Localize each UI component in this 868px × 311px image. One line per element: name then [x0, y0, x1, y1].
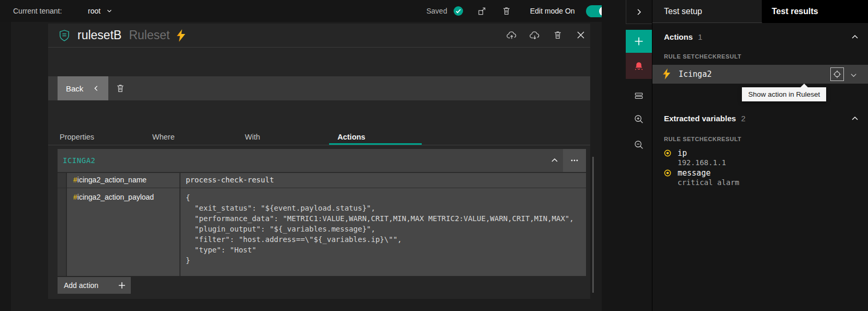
action-result-name: Icinga2 [679, 65, 712, 84]
app-window: Current tenant: root Saved Edit mode On [0, 0, 868, 311]
variables-group-label: RULE SETCHECKRESULT [664, 136, 741, 142]
checkmark-filled-icon [453, 6, 464, 16]
download-button[interactable] [526, 27, 543, 43]
variables-section-header: Extracted variables 2 [664, 114, 746, 123]
crosshair-icon [832, 70, 842, 79]
upload-button[interactable] [503, 27, 520, 43]
cloud-download-icon [529, 29, 540, 41]
add-icon [634, 37, 644, 46]
tab-test-results[interactable]: Test results [762, 0, 868, 23]
action-overflow-button[interactable] [563, 149, 586, 172]
chevron-up-icon [550, 156, 559, 165]
collapse-panel-button[interactable] [626, 0, 652, 24]
ruleset-title-row: rulesetB Ruleset [48, 24, 590, 47]
zoom-out-icon [633, 139, 645, 151]
variable-entry-ip[interactable]: ip 192.168.1.1 [652, 148, 868, 168]
trash-icon [553, 30, 563, 40]
alerts-button[interactable] [626, 53, 652, 79]
action-card-title: ICINGA2 [63, 149, 96, 172]
tooltip-arrow-icon [801, 84, 808, 87]
zoom-in-button[interactable] [631, 111, 647, 127]
tab-properties[interactable]: Properties [51, 129, 144, 146]
back-button-label: Back [66, 84, 83, 93]
field-value-cell: { "exit_status": "${event.payload.status… [181, 188, 586, 276]
variable-value: 192.168.1.1 [678, 158, 726, 167]
delete-button[interactable] [498, 3, 515, 19]
rows-icon [634, 90, 644, 101]
tabs-divider [48, 145, 590, 145]
actions-section-header: Actions 1 [664, 32, 702, 41]
variable-name: ip [678, 148, 687, 158]
edit-mode-label: Edit mode On [530, 0, 575, 22]
field-key-text: icinga2_action_payload [77, 193, 154, 201]
chevron-right-icon [635, 8, 644, 16]
collapse-action-button[interactable] [547, 153, 562, 168]
action-result-row-icinga2[interactable]: Icinga2 [652, 65, 868, 84]
overflow-menu-icon [570, 156, 579, 165]
actions-section-count: 1 [698, 32, 702, 41]
add-new-button[interactable] [626, 30, 652, 53]
layout-rows-button[interactable] [631, 88, 647, 103]
field-value-text: process-check-result [186, 176, 586, 184]
variables-section-title: Extracted variables [664, 114, 736, 123]
chevron-up-icon [851, 33, 859, 41]
vertical-scrollbar[interactable] [592, 157, 594, 293]
zoom-out-button[interactable] [631, 137, 647, 153]
row-gutter [58, 173, 67, 188]
tenant-value: root [88, 7, 100, 15]
trash-icon [115, 83, 126, 94]
ruleset-type-label: Ruleset [129, 28, 170, 42]
tab-with[interactable]: With [236, 129, 329, 146]
action-card-header[interactable]: ICINGA2 [58, 149, 586, 172]
field-key: #icinga2_action_payload [67, 188, 181, 276]
variable-value: critical alarm [678, 178, 739, 187]
back-button[interactable]: Back [58, 76, 108, 100]
payload-json-editor[interactable]: { "exit_status": "${event.payload.status… [186, 191, 586, 266]
action-card-icinga2: ICINGA2 #icinga2_acti [58, 149, 586, 299]
collapse-actions-button[interactable] [849, 31, 861, 43]
tooltip-text: Show action in Ruleset [748, 90, 820, 98]
shield-ruleset-icon [59, 29, 70, 42]
expand-action-button[interactable] [848, 70, 859, 80]
close-icon [577, 31, 585, 39]
variables-section-count: 2 [741, 114, 746, 123]
cloud-upload-icon [506, 29, 517, 41]
chevron-down-icon [106, 7, 113, 15]
row-gutter [58, 188, 67, 276]
saved-status: Saved [426, 0, 447, 22]
title-divider [48, 47, 590, 48]
collapse-variables-button[interactable] [849, 113, 861, 124]
export-button[interactable] [474, 3, 490, 19]
tab-test-setup[interactable]: Test setup [652, 0, 762, 23]
tooltip-show-action: Show action in Ruleset [742, 87, 826, 101]
tab-where[interactable]: Where [144, 129, 236, 146]
close-button[interactable] [572, 27, 589, 43]
field-value-cell: process-check-result [181, 173, 586, 188]
notification-bell-icon [633, 60, 645, 72]
lightning-icon [663, 68, 671, 79]
delete-rule-button[interactable] [112, 80, 129, 97]
ruleset-name: rulesetB [77, 28, 121, 42]
hash-prefix: # [73, 193, 77, 201]
add-icon [118, 282, 126, 289]
add-action-button[interactable]: Add action [58, 277, 131, 294]
variable-icon [664, 169, 671, 177]
current-tenant-label: Current tenant: [13, 0, 62, 22]
locate-action-button[interactable] [830, 67, 844, 81]
actions-group-label: RULE SETCHECKRESULT [664, 53, 741, 60]
field-row-action-name[interactable]: #icinga2_action_name process-check-resul… [58, 172, 586, 188]
field-key-text: icinga2_action_name [77, 176, 146, 184]
test-panel: Test setup Test results Actions 1 RULE S… [652, 0, 868, 311]
chevron-up-icon [851, 114, 859, 123]
hash-prefix: # [73, 176, 77, 184]
ruleset-editor-card: rulesetB Ruleset [48, 24, 590, 299]
variable-entry-message[interactable]: message critical alarm [652, 168, 868, 188]
variable-name: message [678, 168, 711, 178]
field-row-action-payload[interactable]: #icinga2_action_payload { "exit_status":… [58, 188, 586, 276]
back-toolbar: Back [48, 76, 590, 100]
top-bar: Current tenant: root Saved Edit mode On [0, 0, 602, 22]
main-area: rulesetB Ruleset [0, 22, 602, 311]
delete-ruleset-button[interactable] [549, 27, 566, 43]
tenant-dropdown[interactable]: root [88, 0, 113, 22]
zoom-in-icon [633, 113, 645, 125]
